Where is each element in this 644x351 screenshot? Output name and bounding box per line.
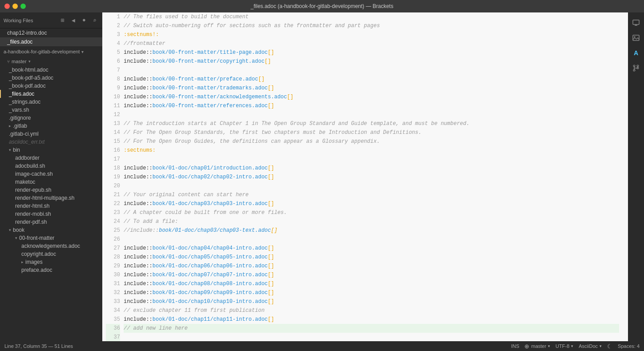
encoding-label: UTF-8 [555,343,569,349]
working-files-header: Working Files ⊞ ◀ ● ⌕ [0,12,102,28]
spaces-selector[interactable]: Spaces: 4 [618,343,640,349]
tree-item[interactable]: _book-html.adoc [0,66,102,74]
tree-item[interactable]: preface.adoc [0,266,102,274]
ins-mode-label: INS [511,343,519,349]
branch-section[interactable]: ⑂ master ▾ [0,57,102,66]
status-position: Line 37, Column 35 — 51 Lines [4,343,506,349]
working-file-item-active[interactable]: _files.adoc [0,37,102,46]
moon-icon: ☾ [607,343,612,350]
tree-item[interactable]: maketoc [0,178,102,186]
sidebar-nav-back-icon[interactable]: ◀ [69,16,77,24]
tree-folder-images[interactable]: ▸images [0,258,102,266]
editor-content[interactable]: 12345 678910 1112131415 1617181920 21222… [102,12,628,341]
project-chevron-icon: ▾ [81,49,84,54]
git-panel-icon[interactable] [629,61,643,75]
live-preview-icon[interactable] [629,16,643,29]
tree-folder-00-front-matter[interactable]: ▾00-front-matter [0,234,102,242]
project-name: a-handbook-for-gitlab-development [4,49,80,54]
svg-rect-3 [633,35,639,40]
ins-mode[interactable]: INS [511,343,519,349]
encoding-dropdown-icon: ▾ [571,344,573,348]
right-panel: A [628,12,644,341]
extension-manager-icon[interactable]: A [629,46,643,60]
encoding-selector[interactable]: UTF-8 ▾ [555,343,573,349]
tree-item[interactable]: image-cache.sh [0,170,102,178]
line-numbers: 12345 678910 1112131415 1617181920 21222… [102,12,124,341]
tree-item-active[interactable]: _files.adoc [0,90,102,98]
branch-chevron-icon: ▾ [28,59,31,64]
tree-folder-book[interactable]: ▾book [0,226,102,234]
tree-item[interactable]: adocbuild.sh [0,162,102,170]
window-controls [4,4,26,9]
project-header[interactable]: a-handbook-for-gitlab-development ▾ [0,46,102,57]
tree-item[interactable]: acknowledgements.adoc [0,242,102,250]
tree-item[interactable]: render-mobi.sh [0,210,102,218]
syntax-selector[interactable]: AsciiDoc ▾ [579,343,602,349]
theme-icon[interactable]: ☾ [607,343,612,350]
branch-dropdown-icon: ▾ [548,344,550,348]
line-separator: — [48,343,53,349]
tree-item[interactable]: _strings.adoc [0,98,102,106]
github-icon: ⊕ [524,343,529,350]
tree-item[interactable]: render-pdf.sh [0,218,102,226]
code-editor[interactable]: // The files used to build the document … [124,12,628,341]
total-lines: 51 Lines [55,343,73,349]
maximize-button[interactable] [20,4,26,9]
working-files-label: Working Files [4,18,56,23]
branch-name: master [12,59,27,64]
tree-item[interactable]: _vars.sh [0,106,102,114]
syntax-label: AsciiDoc [579,343,598,349]
main-layout: Working Files ⊞ ◀ ● ⌕ chap12-intro.doc _… [0,12,644,341]
tree-item[interactable]: addborder [0,154,102,162]
window-title: _files.adoc (a-handbook-for-gitlab-devel… [251,3,394,9]
tree-item[interactable]: .gitignore [0,114,102,122]
image-preview-icon[interactable] [629,31,643,44]
titlebar: _files.adoc (a-handbook-for-gitlab-devel… [0,0,644,12]
sidebar-show-in-tree-icon[interactable]: ⊞ [59,16,67,24]
sidebar: Working Files ⊞ ◀ ● ⌕ chap12-intro.doc _… [0,12,102,341]
tree-folder-bin[interactable]: ▾bin [0,146,102,154]
working-files-list: chap12-intro.doc _files.adoc [0,28,102,46]
git-branch-label: master [531,343,546,349]
status-right-items: INS ⊕ master ▾ UTF-8 ▾ AsciiDoc ▾ ☾ Spac… [511,343,640,350]
editor-area: 12345 678910 1112131415 1617181920 21222… [102,12,628,341]
tree-item[interactable]: render-html-multipage.sh [0,194,102,202]
sidebar-search-icon[interactable]: ⌕ [91,16,99,24]
cursor-position: Line 37, Column 35 [4,343,47,349]
tree-item[interactable]: render-epub.sh [0,186,102,194]
tree-item[interactable]: _book-pdf-a5.adoc [0,74,102,82]
svg-rect-0 [633,20,639,24]
project-tree: a-handbook-for-gitlab-development ▾ ⑂ ma… [0,46,102,341]
tree-item[interactable]: copyright.adoc [0,250,102,258]
spaces-label: Spaces: 4 [618,343,640,349]
minimize-button[interactable] [12,4,18,9]
tree-item-dimmed[interactable]: asciidoc_err.txt [0,138,102,146]
working-file-item[interactable]: chap12-intro.doc [0,28,102,37]
svg-point-4 [634,36,636,38]
syntax-dropdown-icon: ▾ [600,344,602,348]
tree-item[interactable]: _book-pdf.adoc [0,82,102,90]
git-branch-icon: ⑂ [7,59,10,64]
tree-item[interactable]: render-html.sh [0,202,102,210]
tree-folder[interactable]: ▸.gitlab [0,122,102,130]
status-bar: Line 37, Column 35 — 51 Lines INS ⊕ mast… [0,341,644,351]
tree-item[interactable]: .gitlab-ci.yml [0,130,102,138]
close-button[interactable] [4,4,10,9]
git-status[interactable]: ⊕ master ▾ [524,343,550,350]
sidebar-nav-forward-icon[interactable]: ● [80,16,88,24]
